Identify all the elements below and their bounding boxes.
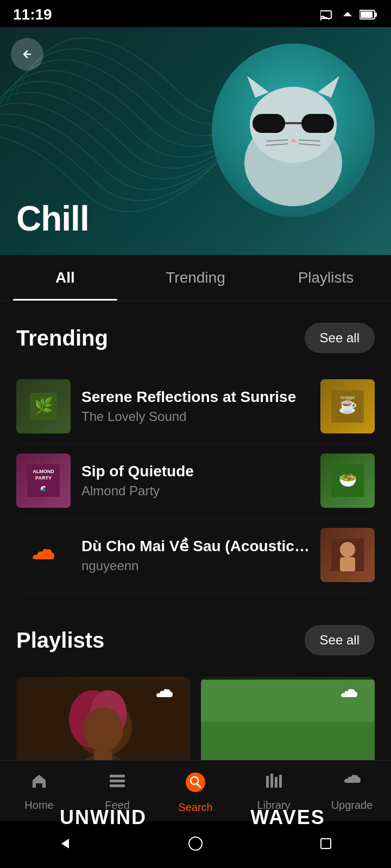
trending-see-all-button[interactable]: See all bbox=[305, 323, 375, 353]
trending-title: Trending bbox=[16, 326, 108, 350]
status-bar: 11:19 bbox=[0, 0, 391, 27]
tabs-bar: All Trending Playlists bbox=[0, 255, 391, 301]
svg-rect-56 bbox=[279, 775, 282, 788]
svg-rect-5 bbox=[375, 12, 377, 17]
search-icon bbox=[185, 771, 206, 798]
playlists-see-all-button[interactable]: See all bbox=[305, 625, 375, 655]
track-name-2: Sip of Quietude bbox=[81, 463, 310, 480]
trending-header: Trending See all bbox=[16, 323, 375, 353]
track-name-1: Serene Reflections at Sunrise bbox=[81, 388, 310, 406]
home-icon bbox=[29, 771, 49, 796]
tab-trending[interactable]: Trending bbox=[130, 255, 261, 301]
svg-marker-2 bbox=[343, 12, 352, 16]
playlists-title: Playlists bbox=[16, 628, 104, 653]
status-time: 11:19 bbox=[13, 6, 52, 23]
track-thumb-1: 🌿 bbox=[16, 379, 71, 433]
track-item[interactable]: ALMOND PARTY 🌊 Sip of Quietude Almond Pa… bbox=[16, 444, 375, 518]
track-list: 🌿 Serene Reflections at Sunrise The Love… bbox=[16, 369, 375, 592]
playlist-unwind-label: UNWIND bbox=[16, 806, 190, 829]
sys-recents-button[interactable] bbox=[312, 830, 339, 857]
wifi-icon bbox=[340, 9, 355, 21]
track-artist-3: nguyeenn bbox=[81, 558, 310, 573]
svg-marker-57 bbox=[61, 839, 69, 848]
svg-text:ALMOND: ALMOND bbox=[33, 469, 54, 474]
svg-text:🌿: 🌿 bbox=[34, 397, 53, 414]
soundcloud-icon-unwind bbox=[154, 686, 181, 703]
cast-icon bbox=[320, 9, 336, 21]
svg-rect-54 bbox=[270, 774, 273, 788]
svg-rect-4 bbox=[361, 11, 373, 18]
playlist-waves-label: WAVES bbox=[201, 806, 375, 829]
track-cover-1: ☕ Sunrise Village bbox=[320, 379, 375, 433]
feed-icon bbox=[108, 771, 127, 796]
svg-text:Sunrise: Sunrise bbox=[340, 395, 355, 400]
svg-marker-8 bbox=[247, 76, 269, 98]
svg-text:🌊: 🌊 bbox=[40, 485, 47, 492]
soundcloud-icon-waves bbox=[339, 686, 366, 703]
svg-text:PARTY: PARTY bbox=[35, 475, 52, 481]
svg-text:Village: Village bbox=[341, 400, 354, 405]
track-cover-2: 🥗 bbox=[320, 454, 375, 508]
svg-text:🥗: 🥗 bbox=[338, 471, 357, 489]
track-info-1: Serene Reflections at Sunrise The Lovely… bbox=[81, 388, 310, 424]
tab-all[interactable]: All bbox=[0, 255, 130, 301]
track-cover-3 bbox=[320, 528, 375, 582]
hero-section: Chill bbox=[0, 27, 391, 255]
library-icon bbox=[264, 771, 283, 796]
track-name-3: Dù Cho Mai Về Sau (Acoustic Versi... bbox=[81, 537, 310, 555]
upgrade-icon bbox=[342, 771, 362, 796]
track-item[interactable]: 🌿 Serene Reflections at Sunrise The Love… bbox=[16, 369, 375, 444]
track-item[interactable]: Dù Cho Mai Về Sau (Acoustic Versi... ngu… bbox=[16, 518, 375, 592]
track-thumb-3 bbox=[16, 528, 71, 582]
hero-cat-image bbox=[212, 43, 375, 217]
svg-marker-9 bbox=[318, 76, 339, 98]
playlists-section: Playlists See all bbox=[0, 603, 391, 677]
status-icons bbox=[320, 9, 378, 21]
track-thumb-2: ALMOND PARTY 🌊 bbox=[16, 454, 71, 508]
svg-point-38 bbox=[83, 707, 123, 751]
svg-rect-53 bbox=[266, 776, 269, 788]
track-artist-2: Almond Party bbox=[81, 483, 310, 499]
cat-emoji bbox=[212, 43, 375, 217]
track-info-2: Sip of Quietude Almond Party bbox=[81, 463, 310, 499]
track-info-3: Dù Cho Mai Về Sau (Acoustic Versi... ngu… bbox=[81, 537, 310, 573]
back-arrow-icon bbox=[20, 47, 35, 62]
svg-rect-10 bbox=[253, 114, 285, 133]
back-button[interactable] bbox=[11, 38, 43, 71]
track-artist-1: The Lovely Sound bbox=[81, 409, 310, 424]
trending-section: Trending See all 🌿 Serene Reflections at… bbox=[0, 301, 391, 603]
sys-back-button[interactable] bbox=[52, 830, 79, 857]
hero-title: Chill bbox=[16, 199, 89, 239]
svg-rect-59 bbox=[321, 839, 331, 848]
svg-rect-47 bbox=[110, 775, 125, 777]
sys-home-button[interactable] bbox=[182, 830, 209, 857]
svg-point-1 bbox=[320, 20, 321, 21]
svg-point-32 bbox=[340, 542, 355, 557]
playlists-header: Playlists See all bbox=[16, 625, 375, 655]
svg-point-50 bbox=[186, 773, 205, 792]
tab-playlists[interactable]: Playlists bbox=[261, 255, 391, 301]
svg-rect-33 bbox=[340, 557, 355, 571]
svg-rect-48 bbox=[110, 780, 125, 782]
svg-rect-55 bbox=[275, 777, 278, 788]
svg-rect-49 bbox=[110, 784, 125, 787]
battery-icon bbox=[360, 9, 378, 20]
svg-rect-11 bbox=[301, 114, 334, 133]
svg-point-58 bbox=[189, 837, 202, 850]
